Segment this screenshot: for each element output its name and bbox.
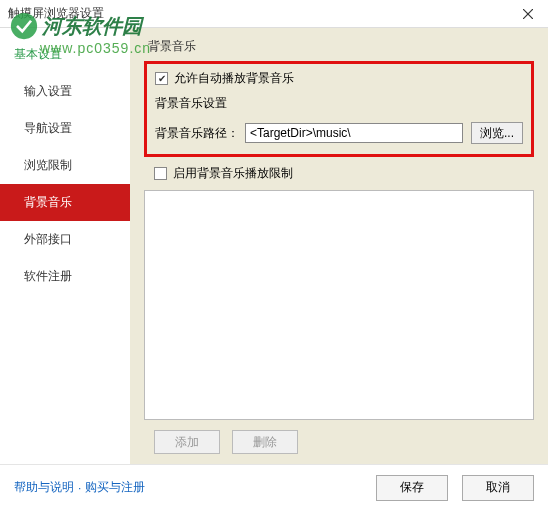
footer: 帮助与说明 · 购买与注册 保存 取消 <box>0 464 548 510</box>
delete-button: 删除 <box>232 430 298 454</box>
path-label: 背景音乐路径： <box>155 125 239 142</box>
window-title: 触摸屏浏览器设置 <box>8 5 104 22</box>
allow-autoplay-checkbox[interactable]: ✔ <box>155 72 168 85</box>
add-button: 添加 <box>154 430 220 454</box>
sidebar-item-nav[interactable]: 导航设置 <box>0 110 130 147</box>
settings-subtitle: 背景音乐设置 <box>155 95 523 112</box>
sidebar-item-browse-limit[interactable]: 浏览限制 <box>0 147 130 184</box>
separator: · <box>78 481 81 495</box>
close-button[interactable] <box>508 0 548 28</box>
sidebar-item-input[interactable]: 输入设置 <box>0 73 130 110</box>
enable-limit-label: 启用背景音乐播放限制 <box>173 165 293 182</box>
titlebar: 触摸屏浏览器设置 <box>0 0 548 28</box>
music-path-input[interactable] <box>245 123 463 143</box>
highlight-box: ✔ 允许自动播放背景音乐 背景音乐设置 背景音乐路径： 浏览... <box>144 61 534 157</box>
enable-limit-checkbox[interactable] <box>154 167 167 180</box>
save-button[interactable]: 保存 <box>376 475 448 501</box>
close-icon <box>523 9 533 19</box>
cancel-button[interactable]: 取消 <box>462 475 534 501</box>
music-list[interactable] <box>144 190 534 420</box>
allow-autoplay-label: 允许自动播放背景音乐 <box>174 70 294 87</box>
sidebar: 基本设置 输入设置 导航设置 浏览限制 背景音乐 外部接口 软件注册 <box>0 28 130 464</box>
sidebar-item-register[interactable]: 软件注册 <box>0 258 130 295</box>
sidebar-item-bgmusic[interactable]: 背景音乐 <box>0 184 130 221</box>
browse-button[interactable]: 浏览... <box>471 122 523 144</box>
sidebar-item-external[interactable]: 外部接口 <box>0 221 130 258</box>
section-title: 背景音乐 <box>144 38 534 55</box>
main-panel: 背景音乐 ✔ 允许自动播放背景音乐 背景音乐设置 背景音乐路径： 浏览... 启… <box>130 28 548 464</box>
help-link[interactable]: 帮助与说明 <box>14 479 74 496</box>
sidebar-header: 基本设置 <box>0 40 130 73</box>
buy-link[interactable]: 购买与注册 <box>85 479 145 496</box>
